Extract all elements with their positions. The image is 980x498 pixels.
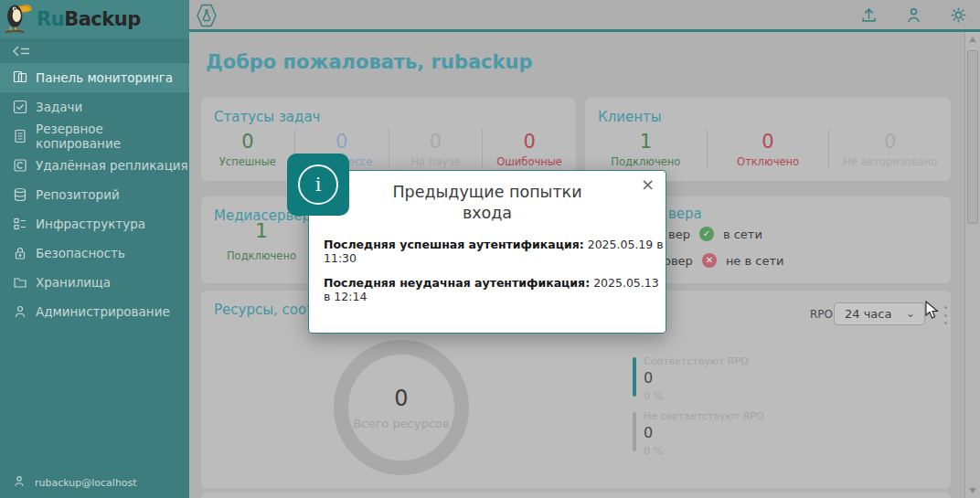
sidebar-item-label: Удалённая репликация <box>36 158 188 173</box>
legend-value: 0 <box>644 424 907 441</box>
legend-value: 0 <box>644 369 907 387</box>
sidebar-item-label: Инфраструктура <box>36 217 145 231</box>
task-stats: 0 Успешные 0 В процессе 0 На паузе 0 Оши… <box>201 129 576 168</box>
close-icon[interactable]: × <box>641 176 655 193</box>
repository-icon <box>13 187 27 202</box>
stat-label: На паузе <box>389 155 483 168</box>
stat-value: 0 <box>389 131 483 153</box>
sidebar-item-label: Задачи <box>36 100 82 114</box>
sidebar-item-tasks[interactable]: Задачи <box>0 92 189 122</box>
stat-connected: 1 Подключено <box>585 129 707 168</box>
topbar <box>189 0 980 32</box>
replication-icon <box>13 158 27 173</box>
admin-person-icon <box>13 304 27 319</box>
server-status: в сети <box>723 228 762 241</box>
stat-value: 1 <box>585 131 707 153</box>
sidebar-item-storages[interactable]: Хранилища <box>0 268 189 297</box>
sidebar-item-backup[interactable]: Резервное копирование <box>0 122 189 151</box>
user-icon <box>13 474 26 491</box>
dashboard-icon <box>13 70 27 85</box>
stat-failed: 0 Ошибочные <box>482 129 576 168</box>
toucan-logo-icon <box>4 0 35 38</box>
stat-label: Не авторизовано <box>829 155 951 168</box>
sidebar-item-label: Панель мониторинга <box>36 70 173 85</box>
stat-value: 0 <box>483 131 576 153</box>
task-statuses-card: Статусы задач 0 Успешные 0 В процессе 0 … <box>201 98 576 181</box>
stat-disconnected: 0 Отключено <box>707 129 829 168</box>
rubackup-logo: RuBackup <box>0 0 189 38</box>
legend-percent: 0 % <box>644 445 907 457</box>
brand-text: RuBackup <box>37 8 141 30</box>
stat-value: 0 <box>829 131 951 153</box>
scroll-up-button[interactable] <box>965 32 980 47</box>
legend-meets-rpo: Соответствуют RPO 0 0 % <box>633 355 907 402</box>
user-email: rubackup@localhost <box>35 477 137 489</box>
sidebar-collapse-icon[interactable] <box>13 44 33 58</box>
info-badge: i <box>287 154 349 216</box>
legend-color-bar <box>633 412 636 451</box>
clients-card: Клиенты 1 Подключено 0 Отключено 0 Не ав… <box>585 98 951 181</box>
page-title: Добро пожаловать, rubackup <box>206 51 532 73</box>
folder-icon <box>13 275 27 290</box>
client-stats: 1 Подключено 0 Отключено 0 Не авторизова… <box>585 129 951 168</box>
auth-label: Последняя успешная аутентификация: <box>324 238 584 251</box>
offline-cross-icon: ✕ <box>702 253 717 268</box>
info-icon: i <box>298 164 338 205</box>
server-label-fragment: вер <box>668 228 690 241</box>
legend-color-bar <box>633 357 636 397</box>
card-title-fragment: Ресурсы, соотв <box>214 302 323 318</box>
settings-gear-icon[interactable] <box>950 6 967 24</box>
donut-total-label: Всего ресурсов <box>353 417 449 430</box>
scroll-down-button[interactable] <box>965 483 980 498</box>
rubackup-app: RuBackup Панель мониторинга Задачи Резер… <box>0 0 980 498</box>
sidebar-item-repository[interactable]: Репозиторий <box>0 180 189 209</box>
sidebar-item-infrastructure[interactable]: Инфраструктура <box>0 209 189 238</box>
sidebar-item-security[interactable]: Безопасность <box>0 238 189 268</box>
rpo-selected-value: 24 часа <box>845 307 891 321</box>
stat-label: Отключено <box>708 155 829 168</box>
sidebar-item-label: Резервное копирование <box>36 122 189 151</box>
sidebar-nav: Панель мониторинга Задачи Резервное копи… <box>0 63 189 326</box>
sidebar-item-dashboard[interactable]: Панель мониторинга <box>0 63 189 92</box>
sidebar-item-replication[interactable]: Удалённая репликация <box>0 151 189 180</box>
upload-icon[interactable] <box>860 6 878 24</box>
donut-total-value: 0 <box>394 386 408 411</box>
previous-login-attempts-modal: i × Предыдущие попытки входа Последняя у… <box>308 170 666 334</box>
vertical-scrollbar[interactable] <box>964 32 980 498</box>
brand-backup: Backup <box>64 8 141 30</box>
stat-value: 0 <box>708 131 829 153</box>
legend-not-meets-rpo: Не соответствуют RPO 0 0 % <box>633 410 907 457</box>
stat-value: 0 <box>201 131 294 153</box>
sidebar-item-label: Репозиторий <box>36 187 120 202</box>
server-label-fragment: овер <box>664 254 693 268</box>
stat-label: Ошибочные <box>483 155 576 168</box>
next-card-edge <box>201 493 951 498</box>
stat-connected: 1 Подключено <box>201 220 322 262</box>
arrow-down-icon <box>969 488 976 493</box>
user-icon[interactable] <box>905 6 922 24</box>
flask-hexagon-icon[interactable] <box>194 3 219 28</box>
rpo-period-select[interactable]: 24 часа ⌄ <box>834 302 925 325</box>
legend-percent: 0 % <box>644 390 907 402</box>
arrow-up-icon <box>969 37 976 42</box>
chevron-down-icon: ⌄ <box>906 307 915 320</box>
sidebar-item-label: Хранилища <box>36 275 111 290</box>
lock-icon <box>13 246 27 260</box>
server-status: не в сети <box>726 254 784 268</box>
auth-label: Последняя неудачная аутентификация: <box>324 276 590 290</box>
sidebar-item-label: Администрирование <box>36 304 170 319</box>
card-menu-kebab-icon[interactable] <box>943 306 948 324</box>
sidebar: RuBackup Панель мониторинга Задачи Резер… <box>0 0 189 498</box>
rpo-label: RPO <box>810 308 833 321</box>
brand-ru: Ru <box>37 8 64 30</box>
legend-label: Не соответствуют RPO <box>644 410 907 422</box>
stat-label: Подключено <box>585 155 707 168</box>
sidebar-item-label: Безопасность <box>36 246 125 260</box>
stat-paused: 0 На паузе <box>389 129 483 168</box>
legend-label: Соответствуют RPO <box>644 355 907 367</box>
scrollbar-thumb[interactable] <box>967 50 978 224</box>
card-title-fragment: вера <box>668 206 702 222</box>
infrastructure-icon <box>13 217 27 231</box>
server-row-online: вер ✓ в сети <box>668 227 762 241</box>
sidebar-item-administration[interactable]: Администрирование <box>0 297 189 326</box>
